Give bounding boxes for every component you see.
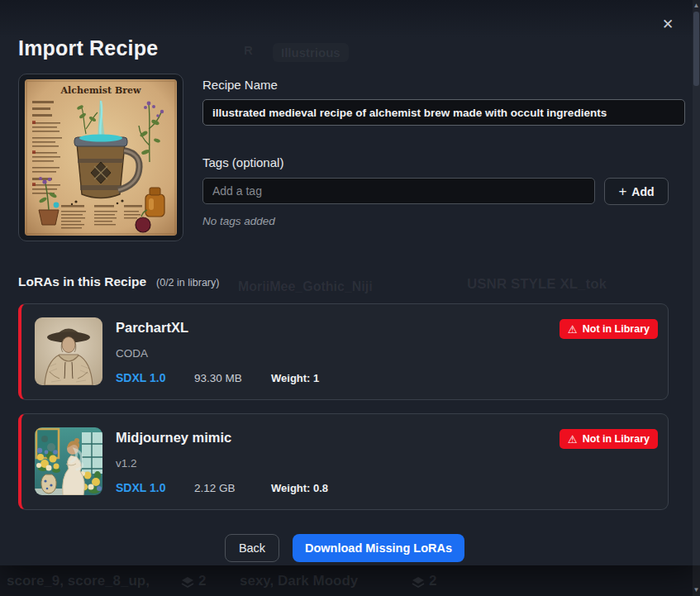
import-recipe-modal: R Illustrious MoriiMee_Gothic_Niji USNR … <box>0 0 700 565</box>
lora-meta-row: SDXL 1.0 93.30 MB Weight: 1 <box>116 371 319 384</box>
background-prompt-text: score_9, score_8_up, <box>7 573 150 589</box>
lora-card: ParchartXL ⚠ Not in Library CODA SDXL 1.… <box>18 303 669 400</box>
scroll-down-icon[interactable]: ▼ <box>693 584 700 596</box>
recipe-name-input[interactable] <box>202 99 685 126</box>
background-prompt-text: sexy, Dark Moody <box>240 573 358 589</box>
not-in-library-badge: ⚠ Not in Library <box>560 319 658 339</box>
not-in-library-badge: ⚠ Not in Library <box>560 429 658 449</box>
tags-label: Tags (optional) <box>202 155 283 169</box>
weight-label: Weight: 1 <box>271 372 319 384</box>
scrollbar-thumb[interactable] <box>693 12 699 86</box>
layers-icon <box>411 575 426 590</box>
parchartxl-thumbnail-art <box>35 317 102 385</box>
background-layer-count: 2 <box>198 573 206 589</box>
tag-input[interactable] <box>202 178 595 204</box>
file-size-label: 2.12 GB <box>194 482 271 494</box>
modal-title: Import Recipe <box>18 36 158 60</box>
illustration-title-text: Alchemist Brew <box>60 85 141 96</box>
lora-version: CODA <box>116 347 148 360</box>
warning-icon: ⚠ <box>568 324 578 335</box>
badge-label: Not in Library <box>583 323 650 335</box>
loras-section-title: LoRAs in this Recipe <box>18 274 146 289</box>
lora-meta-row: SDXL 1.0 2.12 GB Weight: 0.8 <box>116 481 328 494</box>
background-base-badge: Illustrious <box>273 43 349 62</box>
background-card-title: USNR STYLE XL_tok <box>467 276 607 293</box>
background-bottom-row: score_9, score_8_up, 2 sexy, Dark Moody … <box>0 573 700 594</box>
vertical-scrollbar[interactable]: ▲ ▼ <box>693 0 700 596</box>
plus-icon: + <box>618 184 626 198</box>
lora-thumbnail <box>35 427 102 495</box>
lora-name: ParchartXL <box>116 320 188 336</box>
file-size-label: 93.30 MB <box>194 372 271 384</box>
loras-section-header: LoRAs in this Recipe (0/2 in library) <box>18 274 219 289</box>
layers-icon <box>180 575 195 590</box>
alchemist-brew-illustration: Alchemist Brew <box>25 79 177 236</box>
weight-label: Weight: 0.8 <box>271 482 328 494</box>
warning-icon: ⚠ <box>568 434 578 445</box>
badge-label: Not in Library <box>583 433 650 445</box>
background-layer-count: 2 <box>429 573 436 589</box>
base-model-label: SDXL 1.0 <box>116 481 194 494</box>
base-model-label: SDXL 1.0 <box>116 371 194 384</box>
lora-name: Midjourney mimic <box>116 430 231 446</box>
download-missing-loras-button[interactable]: Download Missing LoRAs <box>293 534 464 562</box>
recipe-name-label: Recipe Name <box>202 78 278 92</box>
scroll-up-icon[interactable]: ▲ <box>693 0 700 12</box>
add-tag-label: Add <box>631 185 654 198</box>
lora-version: v1.2 <box>116 457 137 470</box>
lora-card: Midjourney mimic ⚠ Not in Library v1.2 S… <box>18 413 669 510</box>
recipe-preview-image: Alchemist Brew <box>18 74 183 241</box>
background-model-badge: R <box>244 43 253 57</box>
add-tag-button[interactable]: + Add <box>604 178 669 205</box>
back-button[interactable]: Back <box>225 534 279 562</box>
lora-thumbnail <box>35 317 102 385</box>
close-icon[interactable]: ✕ <box>659 15 677 33</box>
background-card-title: MoriiMee_Gothic_Niji <box>238 279 373 294</box>
loras-library-count: (0/2 in library) <box>156 277 219 288</box>
midjourney-mimic-thumbnail-art <box>35 427 102 495</box>
no-tags-text: No tags added <box>202 215 275 227</box>
